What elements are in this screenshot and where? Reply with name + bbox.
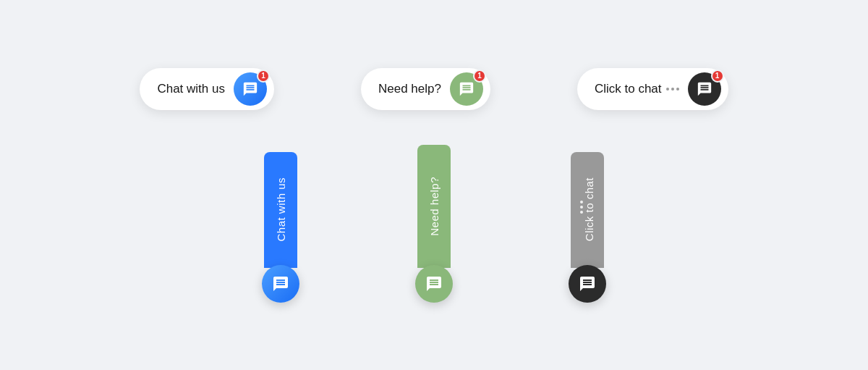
notification-badge-2: 1 bbox=[473, 70, 486, 83]
chat-icon-1 bbox=[242, 81, 258, 97]
vertical-chat-icon-2 bbox=[425, 275, 443, 293]
vertical-chat-button-3[interactable] bbox=[569, 265, 606, 303]
vertical-chat-button-2[interactable] bbox=[415, 265, 453, 303]
vertical-tab-1: Chat with us bbox=[264, 152, 297, 268]
vertical-tab-2: Need help? bbox=[417, 145, 451, 268]
vertical-tab-label-3: Click to chat bbox=[583, 177, 595, 241]
vertical-chat-button-1[interactable] bbox=[262, 265, 299, 303]
pill-widget-1[interactable]: Chat with us 1 bbox=[140, 68, 274, 110]
pill-label-2: Need help? bbox=[378, 82, 441, 96]
chat-icon-2 bbox=[459, 81, 475, 97]
vertical-dots-icon bbox=[580, 201, 583, 214]
chat-button-3[interactable]: 1 bbox=[688, 72, 721, 106]
vertical-widget-1[interactable]: Chat with us bbox=[262, 152, 299, 303]
chat-button-1[interactable]: 1 bbox=[234, 72, 267, 106]
vertical-tab-label-2: Need help? bbox=[428, 177, 441, 236]
pill-widget-3[interactable]: Click to chat 1 bbox=[577, 68, 728, 110]
vertical-tab-3: Click to chat bbox=[571, 152, 604, 268]
notification-badge-1: 1 bbox=[257, 70, 270, 83]
pill-widget-2[interactable]: Need help? 1 bbox=[361, 68, 490, 110]
pill-label-3: Click to chat bbox=[595, 82, 679, 96]
chat-button-2[interactable]: 1 bbox=[450, 72, 483, 106]
ellipsis-icon bbox=[666, 88, 679, 91]
pill-label-1: Chat with us bbox=[157, 82, 225, 96]
main-container: Chat with us 1 Need help? 1 Click to cha… bbox=[0, 68, 868, 303]
vertical-chat-icon-3 bbox=[579, 275, 596, 293]
notification-badge-3: 1 bbox=[711, 70, 724, 83]
chat-icon-3 bbox=[697, 81, 712, 97]
vertical-chat-icon-1 bbox=[272, 275, 289, 293]
vertical-widget-3[interactable]: Click to chat bbox=[569, 152, 606, 303]
vertical-tab-label-1: Chat with us bbox=[275, 177, 287, 242]
vertical-row: Chat with us Need help? bbox=[262, 145, 606, 303]
vertical-widget-2[interactable]: Need help? bbox=[415, 145, 453, 303]
pill-row: Chat with us 1 Need help? 1 Click to cha… bbox=[140, 68, 728, 110]
